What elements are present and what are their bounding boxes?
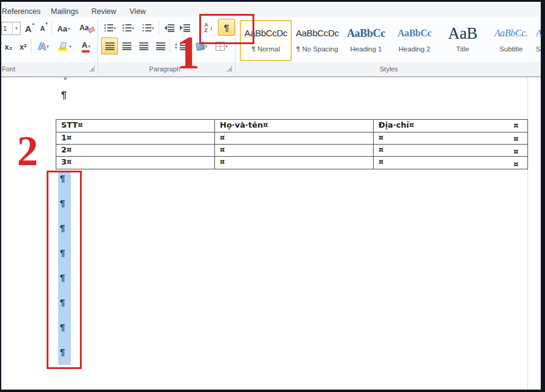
chevron-down-icon: ▾ (225, 44, 228, 48)
table-row: 2¤ ¤ ¤ (56, 145, 528, 157)
table-cell[interactable]: ¤ (374, 145, 528, 157)
chevron-down-icon: ▾ (88, 44, 90, 48)
tab-references[interactable]: References (2, 7, 41, 16)
cell-end-mark: ¤ (220, 133, 225, 142)
separator (51, 21, 52, 34)
table-cell[interactable]: Địa·chỉ¤ (374, 120, 528, 132)
style-clipped[interactable]: A S (535, 20, 543, 61)
numbered-list-icon (122, 24, 131, 31)
style-sample: AaB (439, 21, 486, 44)
table-cell[interactable]: 1¤ (56, 132, 215, 145)
text-lines-icon (168, 24, 174, 32)
table-cell[interactable]: ¤ (374, 157, 528, 169)
table-cell[interactable]: Họ·và·tên¤ (215, 120, 374, 132)
numbering-button[interactable]: ▾ (119, 20, 137, 36)
table-cell[interactable]: 2¤ (56, 145, 215, 157)
style-label: Heading 2 (391, 45, 438, 53)
align-left-button[interactable] (101, 38, 118, 54)
grow-font-button[interactable]: A ▴ (22, 21, 38, 36)
table-cell[interactable]: ¤ (215, 145, 374, 157)
cell-end-mark: ¤ (378, 157, 383, 166)
table-row: 1¤ ¤ ¤ (56, 132, 528, 145)
font-dialog-launcher[interactable] (89, 66, 94, 71)
cell-end-mark: ¤ (67, 133, 71, 142)
caret-up-icon: ▴ (32, 21, 35, 25)
style-label: Heading 1 (343, 45, 389, 53)
table-cell[interactable]: ¤ (215, 157, 374, 169)
chevron-down-icon: ▾ (47, 44, 49, 48)
separator (170, 39, 170, 53)
align-left-icon (105, 42, 114, 50)
row-end-mark: ¤ (514, 160, 518, 169)
paragraph-group-label: Paragraph (101, 65, 228, 73)
align-right-icon (139, 42, 148, 50)
styles-group-label: Styles (237, 65, 540, 73)
word-window: References Mailings Review View 1 ▾ A ▴ … (0, 0, 545, 392)
superscript-button[interactable]: x² (16, 38, 30, 55)
bullets-button[interactable]: ▾ (101, 20, 119, 36)
row-end-mark: ¤ (514, 134, 518, 143)
style-label: S (536, 45, 542, 53)
chevron-down-icon: ▾ (205, 44, 208, 48)
cell-end-mark: ¤ (378, 145, 383, 154)
caret-down-icon: ▾ (45, 21, 48, 25)
shrink-font-icon: A (40, 25, 45, 32)
ribbon-tab-bar: References Mailings Review View (1, 2, 541, 18)
font-color-button[interactable]: A ▾ (76, 38, 96, 55)
align-center-button[interactable] (118, 38, 135, 54)
style-heading-2[interactable]: AaBbCc Heading 2 (390, 20, 439, 61)
table-row: STT¤ Họ·và·tên¤ Địa·chỉ¤ (56, 120, 528, 132)
style-sample: AaBbCc. (487, 21, 535, 44)
cell-end-mark: ¤ (409, 120, 414, 129)
cell-end-mark: ¤ (378, 133, 383, 142)
row-end-mark: ¤ (514, 147, 518, 156)
chevron-down-icon: ▾ (132, 26, 134, 30)
shrink-font-button[interactable]: A ▾ (37, 21, 51, 36)
text-highlight-color-button[interactable]: ▾ (54, 38, 75, 55)
chevron-down-icon: ▾ (69, 44, 71, 48)
table-cell[interactable]: 3¤ (56, 157, 215, 169)
annotation-number-1: 1 (176, 31, 200, 74)
cell-end-mark: ¤ (220, 145, 225, 154)
table-cell[interactable]: ¤ (215, 132, 374, 145)
style-heading-1[interactable]: AaBbCc Heading 1 (342, 20, 391, 61)
style-title[interactable]: AaB Title (438, 20, 487, 61)
decrease-indent-button[interactable] (161, 20, 177, 36)
justify-button[interactable] (152, 38, 169, 54)
annotation-box-2 (47, 171, 82, 369)
annotation-number-2: 2 (17, 132, 38, 170)
text-effects-icon: A (39, 41, 46, 53)
multilevel-list-button[interactable]: ▾ (138, 20, 158, 36)
tab-view[interactable]: View (130, 7, 146, 16)
align-right-button[interactable] (135, 38, 152, 54)
style-no-spacing[interactable]: AaBbCcDc ¶ No Spacing (292, 20, 343, 61)
table-row: 3¤ ¤ ¤ (56, 157, 528, 169)
clear-formatting-button[interactable]: Aa (75, 20, 93, 36)
text-effects-button[interactable]: A ▾ (34, 38, 53, 55)
cell-end-mark: ¤ (67, 157, 71, 166)
subscript-button[interactable]: x₂ (1, 38, 16, 55)
align-center-icon (122, 42, 131, 50)
chevron-down-icon[interactable]: ▾ (12, 22, 20, 34)
cell-end-mark: ¤ (220, 157, 225, 166)
decrease-indent-icon (164, 25, 167, 30)
style-subtitle[interactable]: AaBbCc. Subtitle (486, 20, 536, 61)
table-cell[interactable]: ¤ (374, 132, 528, 145)
font-color-icon: A (82, 41, 87, 53)
style-sample: AaBbCc (343, 21, 389, 44)
table-cell[interactable]: STT¤ (56, 120, 215, 132)
font-size-combobox[interactable]: 1 ▾ (1, 22, 21, 35)
superscript-icon: x² (19, 42, 27, 51)
separator (31, 39, 31, 53)
subscript-icon: x₂ (4, 42, 12, 51)
paragraph-dialog-launcher[interactable] (226, 66, 232, 71)
style-label: ¶ Normal (241, 45, 291, 53)
row-end-mark: ¤ (514, 121, 518, 130)
tab-mailings[interactable]: Mailings (51, 7, 79, 16)
tab-review[interactable]: Review (91, 7, 116, 16)
cell-end-mark: ¤ (67, 145, 71, 154)
chevron-down-icon: ▾ (68, 27, 70, 31)
change-case-button[interactable]: Aa ▾ (54, 21, 73, 36)
style-sample: A (536, 21, 542, 44)
group-separator (97, 19, 98, 74)
